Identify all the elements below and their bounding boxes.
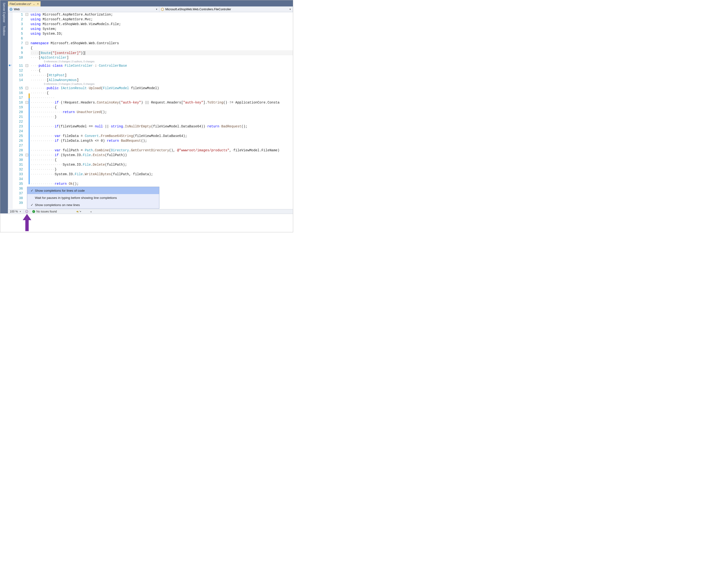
separator xyxy=(24,210,24,213)
intellicode-options-popup: ✓ Show completions for lines of code Wai… xyxy=(27,187,159,209)
codelens-info[interactable]: 0 references | 0 changes | 0 authors, 0 … xyxy=(31,60,293,63)
pin-icon[interactable]: ⫠ xyxy=(33,3,35,5)
popup-item-show-on-new-lines[interactable]: ✓ Show completions on new lines xyxy=(27,201,159,208)
outlining-gutter: − − − − − − xyxy=(25,12,29,209)
svg-point-3 xyxy=(27,211,27,211)
issues-label: No issues found xyxy=(36,210,57,213)
chevron-down-icon[interactable]: ▼ xyxy=(79,210,83,213)
chevron-down-icon: ▼ xyxy=(289,8,291,10)
nav-scope-label: Web xyxy=(14,8,20,11)
navigation-bar: Web ▼ Microsoft.eShopWeb.Web.Controllers… xyxy=(8,6,293,12)
zoom-level[interactable]: 100 % xyxy=(8,210,19,213)
nav-member-dropdown[interactable]: Microsoft.eShopWeb.Web.Controllers.FileC… xyxy=(159,6,293,12)
popup-item-label: Show completions for lines of code xyxy=(35,189,85,193)
svg-point-1 xyxy=(25,210,28,213)
check-icon: ✓ xyxy=(29,189,35,193)
cleanup-icon[interactable]: ✦⁄ xyxy=(76,210,79,214)
line-number-gutter: 12345678910 11121314 1516171819202122232… xyxy=(12,12,25,209)
tab-label: FileController.cs* xyxy=(9,2,31,6)
callout-arrow xyxy=(23,214,31,231)
popup-item-label: Wait for pauses in typing before showing… xyxy=(35,196,117,200)
nav-scope-dropdown[interactable]: Web ▼ xyxy=(8,6,159,12)
nav-member-label: Microsoft.eShopWeb.Web.Controllers.FileC… xyxy=(165,8,231,11)
project-icon xyxy=(9,8,13,11)
svg-point-2 xyxy=(26,211,27,211)
error-status[interactable]: ✓ No issues found xyxy=(32,210,57,213)
close-icon[interactable]: ✕ xyxy=(37,2,39,5)
code-content[interactable]: using·Microsoft.AspNetCore.Authorization… xyxy=(31,12,293,205)
indicator-margin: ◉↑ xyxy=(8,12,12,209)
intellicode-icon[interactable] xyxy=(25,210,29,214)
suggestion-indicator-icon[interactable]: ◉↑ xyxy=(8,63,12,67)
class-icon xyxy=(161,8,164,11)
toolbox-tab[interactable]: Toolbox xyxy=(2,25,6,36)
scroll-left-icon[interactable]: ◄ xyxy=(89,210,92,213)
fold-toggle[interactable]: − xyxy=(26,87,28,90)
fold-toggle[interactable]: − xyxy=(26,101,28,104)
chevron-down-icon[interactable]: ▼ xyxy=(19,210,23,213)
fold-toggle[interactable]: − xyxy=(26,64,28,67)
fold-toggle[interactable]: − xyxy=(26,154,28,156)
code-editor[interactable]: ◉↑ 12345678910 11121314 1516171819202122… xyxy=(8,12,293,209)
document-tab-strip: FileController.cs* ⫠ ✕ xyxy=(8,0,293,6)
side-tool-strip: Server Explorer Toolbox xyxy=(0,0,8,214)
editor-status-bar: 100 % ▼ ✓ No issues found ✦⁄ ▼ ◄ xyxy=(8,209,293,214)
document-tab-filecontroller[interactable]: FileController.cs* ⫠ ✕ xyxy=(8,1,41,6)
chevron-down-icon: ▼ xyxy=(156,8,158,10)
change-marker xyxy=(29,98,30,184)
codelens-info[interactable]: 0 references | 0 changes | 0 authors, 0 … xyxy=(31,82,293,86)
popup-item-label: Show completions on new lines xyxy=(35,203,80,207)
change-marker xyxy=(29,94,30,98)
popup-item-wait-for-pauses[interactable]: Wait for pauses in typing before showing… xyxy=(27,194,159,201)
fold-toggle[interactable]: − xyxy=(26,13,28,16)
check-icon: ✓ xyxy=(29,203,35,207)
server-explorer-tab[interactable]: Server Explorer xyxy=(2,2,6,23)
ok-check-icon: ✓ xyxy=(32,210,35,213)
fold-toggle[interactable]: − xyxy=(26,42,28,45)
popup-item-show-completions-lines[interactable]: ✓ Show completions for lines of code xyxy=(27,187,159,194)
